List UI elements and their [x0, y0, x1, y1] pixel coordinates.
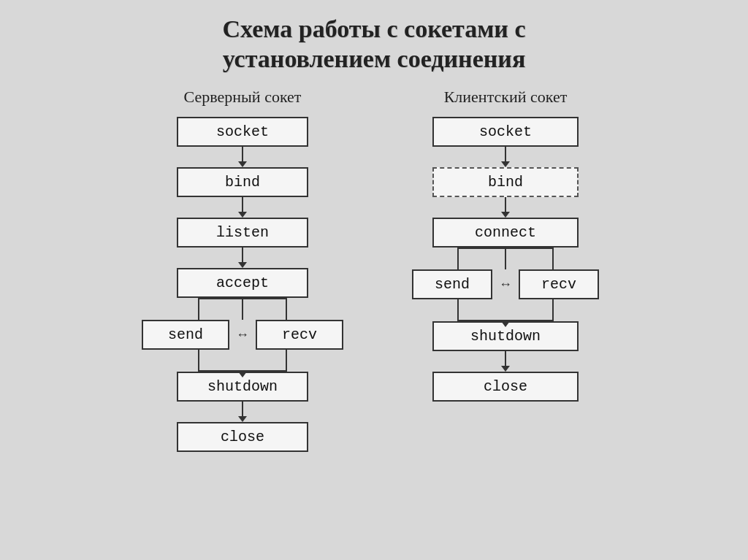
columns-container: Серверный сокет socket bind listen accep…	[22, 88, 726, 545]
server-col-title: Серверный сокет	[184, 88, 302, 107]
client-connect-box: connect	[432, 218, 579, 248]
page: Схема работы с сокетами с установлением …	[0, 0, 748, 560]
server-bind-box: bind	[177, 167, 308, 197]
client-column: Клиентский сокет socket bind connect sen…	[396, 88, 615, 545]
arrow-shutdown-close-server	[238, 402, 247, 422]
arrow-bind-listen	[238, 197, 247, 218]
server-listen-box: listen	[177, 218, 308, 248]
server-close-box: close	[177, 422, 308, 452]
client-merge-lines	[411, 299, 600, 321]
client-close-box: close	[432, 372, 579, 402]
arrow-client-bind-connect	[501, 197, 510, 218]
server-column: Серверный сокет socket bind listen accep…	[133, 88, 352, 545]
arrow-shutdown-close-client	[501, 351, 510, 372]
client-send-recv-row: send ↔ recv	[412, 269, 599, 299]
client-bidir-arrow: ↔	[492, 277, 519, 292]
arrow-listen-accept	[238, 248, 247, 268]
server-bidir-arrow: ↔	[229, 327, 256, 342]
server-merge-lines	[140, 350, 345, 372]
server-send-recv-row: send ↔ recv	[142, 320, 343, 350]
server-recv-box: recv	[256, 320, 343, 350]
client-col-title: Клиентский сокет	[444, 88, 568, 107]
arrow-client-socket-bind	[501, 147, 510, 167]
client-split-lines	[411, 248, 600, 269]
page-title: Схема работы с сокетами с установлением …	[223, 15, 526, 74]
client-recv-box: recv	[519, 269, 599, 299]
server-split-lines	[140, 298, 345, 320]
arrow-socket-bind	[238, 147, 247, 167]
server-socket-box: socket	[177, 117, 308, 147]
client-send-box: send	[412, 269, 492, 299]
client-socket-box: socket	[432, 117, 579, 147]
server-accept-box: accept	[177, 268, 308, 298]
client-bind-box: bind	[432, 167, 579, 197]
server-send-box: send	[142, 320, 229, 350]
